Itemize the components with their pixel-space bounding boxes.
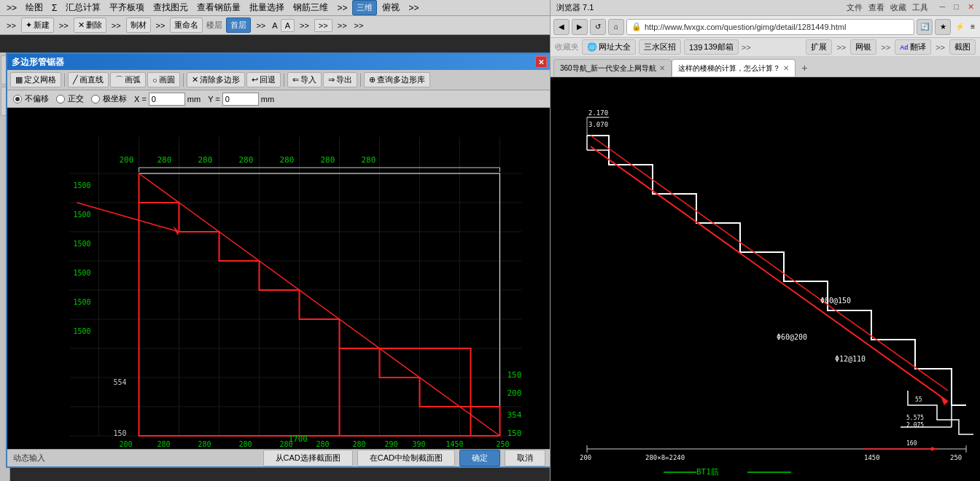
browser-nav-toolbar: ◀ ▶ ↺ ⌂ 🔒 http://www.fwxgx.com/question/… <box>551 16 980 38</box>
btn-query-library[interactable]: ⊕ 查询多边形库 <box>364 72 430 87</box>
radio-no-offset[interactable]: 不偏移 <box>13 93 49 104</box>
svg-text:1500: 1500 <box>74 211 91 219</box>
radio-polar[interactable]: 极坐标 <box>91 93 127 104</box>
svg-text:250: 250 <box>950 454 962 461</box>
svg-text:250: 250 <box>497 440 510 448</box>
btn-delete[interactable]: ✕ 删除 <box>74 17 106 33</box>
btn-forward[interactable]: ▶ <box>572 19 588 35</box>
browser-window: 浏览器 7.1 文件 查看 收藏 工具 ─ □ ✕ ◀ ▶ ↺ ⌂ 🔒 http… <box>550 0 980 481</box>
menu-find[interactable]: 查找图元 <box>149 0 192 15</box>
ext-more3[interactable]: >> <box>934 43 946 52</box>
btn-sort[interactable]: A <box>281 19 295 32</box>
menu-summary[interactable]: 汇总计算 <box>62 0 104 15</box>
menu-draw[interactable]: 绘图 <box>22 0 47 15</box>
dialog-close-button[interactable]: ✕ <box>535 56 547 68</box>
btn-3d[interactable]: 三维 <box>352 0 377 15</box>
svg-text:280: 280 <box>198 440 211 448</box>
btn-draw-arc[interactable]: ⌒ 画弧 <box>110 72 146 87</box>
btn-floor[interactable]: 首层 <box>226 17 251 33</box>
x-field[interactable] <box>149 93 185 106</box>
btn-file[interactable]: 文件 <box>847 2 863 13</box>
btn-favorites[interactable]: 收藏 <box>890 2 906 13</box>
menu-flush[interactable]: 平齐板项 <box>106 0 148 15</box>
svg-text:150: 150 <box>114 429 127 437</box>
ext-more2[interactable]: >> <box>879 43 892 52</box>
menu-more3[interactable]: >> <box>405 1 422 15</box>
btn-clear-polygon[interactable]: ✕ 清除多边形 <box>187 72 245 87</box>
btn-maximize[interactable]: □ <box>954 2 959 13</box>
menu-more2[interactable]: >> <box>333 1 351 15</box>
btn-material[interactable]: 制材 <box>126 17 151 33</box>
bookmark-email[interactable]: 139 139邮箱 <box>684 39 739 55</box>
btn-star[interactable]: ★ <box>935 19 951 35</box>
tab-question-close[interactable]: ✕ <box>783 64 789 72</box>
tab-360nav[interactable]: 360导航_新一代安全上网导航 ✕ <box>553 59 672 77</box>
btn-draw-line[interactable]: ╱ 画直线 <box>68 72 109 87</box>
btn-translate[interactable]: Ad 翻译 <box>895 39 931 55</box>
svg-text:2.170: 2.170 <box>588 109 608 117</box>
svg-text:1500: 1500 <box>74 327 91 335</box>
drawing-area[interactable]: 200 280 280 280 280 280 280 1500 1500 15… <box>7 108 551 449</box>
btn-home[interactable]: ⌂ <box>608 19 624 35</box>
btn-draw-cad[interactable]: 在CAD中绘制截面图 <box>357 450 455 466</box>
btn-minimize[interactable]: ─ <box>940 2 946 13</box>
svg-text:200: 200 <box>580 454 591 461</box>
btn-cancel[interactable]: 取消 <box>505 450 545 466</box>
menu-view-mode[interactable]: 俯视 <box>378 0 403 15</box>
svg-text:200: 200 <box>508 388 522 398</box>
tb-more3[interactable]: >> <box>108 20 125 31</box>
btn-screenshot[interactable]: 截图 <box>949 39 976 55</box>
menu-more1[interactable]: >> <box>3 1 20 15</box>
btn-view[interactable]: 查看 <box>868 2 884 13</box>
tb-more4[interactable]: >> <box>152 20 169 31</box>
tb-more6[interactable]: >> <box>296 20 313 31</box>
btn-rename[interactable]: 重命名 <box>170 17 203 33</box>
ext-more1[interactable]: >> <box>835 43 847 52</box>
btn-extensions[interactable]: 扩展 <box>806 39 832 55</box>
svg-text:5.575: 5.575 <box>906 415 924 421</box>
btn-tools[interactable]: 工具 <box>912 2 928 13</box>
btn-settings2[interactable]: ≡ <box>968 23 977 31</box>
btn-back[interactable]: ◀ <box>553 19 569 35</box>
tb-more5[interactable]: >> <box>252 20 269 31</box>
address-bar[interactable]: 🔒 http://www.fwxgx.com/question/gimg/det… <box>626 19 914 35</box>
browser-tabs-bar: 360导航_新一代安全上网导航 ✕ 这样的楼梯的计算，怎么计算？ ✕ + <box>551 57 980 77</box>
tb-more2[interactable]: >> <box>55 20 72 31</box>
btn-import[interactable]: ⇐ 导入 <box>287 72 322 87</box>
bookmark-site2[interactable]: 三水区招 <box>639 39 681 55</box>
cad-svg-canvas: 200 280 280 280 280 280 280 1500 1500 15… <box>7 108 551 449</box>
bookmarks-label: 收藏夹 <box>555 42 579 52</box>
btn-draw-circle[interactable]: ○ 画圆 <box>147 72 180 87</box>
btn-new-tab[interactable]: + <box>796 59 813 77</box>
tab-question[interactable]: 这样的楼梯的计算，怎么计算？ ✕ <box>672 59 796 77</box>
radio-orthogonal[interactable]: 正交 <box>56 93 84 104</box>
btn-online-banking[interactable]: 网银 <box>850 39 876 55</box>
toolbar-more[interactable]: >> <box>3 20 20 31</box>
sep1 <box>64 74 65 87</box>
btn-close[interactable]: ✕ <box>968 2 974 13</box>
svg-text:554: 554 <box>114 378 127 386</box>
menu-batch[interactable]: 批量选择 <box>246 0 288 15</box>
btn-confirm[interactable]: 确定 <box>459 450 500 466</box>
bookmarks-more[interactable]: >> <box>742 43 751 52</box>
dynamic-input-label: 动态输入 <box>13 453 45 464</box>
tb-more7[interactable]: >> <box>334 20 351 31</box>
btn-define-grid[interactable]: ▦ 定义网格 <box>10 72 61 87</box>
menu-view-rebar[interactable]: 查看钢筋量 <box>193 0 244 15</box>
menu-3d-rebar[interactable]: 钢筋三维 <box>289 0 332 15</box>
menu-sigma[interactable]: Σ <box>48 1 61 15</box>
btn-export[interactable]: ⇒ 导出 <box>323 72 357 87</box>
svg-text:150: 150 <box>508 370 522 380</box>
btn-new[interactable]: ✦ 新建 <box>21 17 54 33</box>
btn-reload[interactable]: 🔄 <box>917 19 933 35</box>
svg-text:280: 280 <box>239 440 252 448</box>
svg-text:160: 160 <box>906 440 917 447</box>
y-field[interactable] <box>222 93 259 106</box>
btn-from-cad[interactable]: 从CAD选择截面图 <box>263 450 353 466</box>
tab-360nav-close[interactable]: ✕ <box>659 64 665 72</box>
btn-undo[interactable]: ↩ 回退 <box>246 72 281 87</box>
bookmark-site1[interactable]: 🌐 网址大全 <box>582 39 636 55</box>
btn-expand[interactable]: ⚡ <box>953 23 966 31</box>
btn-filter[interactable]: >> <box>314 19 332 32</box>
btn-refresh[interactable]: ↺ <box>590 19 606 35</box>
